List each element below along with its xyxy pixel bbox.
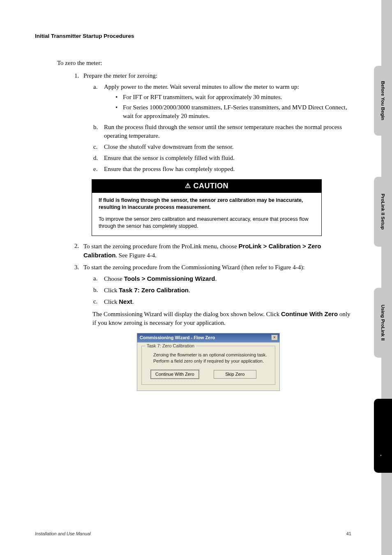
step-1e-letter: e. — [93, 165, 97, 173]
dialog-flow-zero: Commissioning Wizard - Flow Zero × Task … — [137, 333, 280, 391]
step-3-after: The Commissioning Wizard will display th… — [92, 310, 350, 327]
warning-icon: ⚠ — [185, 182, 191, 189]
page-number: 41 — [346, 531, 351, 536]
step-1c-letter: c. — [93, 143, 97, 151]
step-3-text: To start the zeroing procedure from the … — [83, 264, 304, 271]
step-3a-bold: Tools > Commissioning Wizard — [124, 275, 215, 282]
step-3c-letter: c. — [93, 297, 97, 306]
step-3: 3. To start the zeroing procedure from t… — [74, 263, 350, 391]
step-3-after-pre: The Commissioning Wizard will display th… — [92, 311, 281, 317]
side-tabs: Before You Begin ProLink II Setup Using … — [371, 0, 392, 555]
step-2-pre: To start the zeroing procedure from the … — [83, 243, 239, 250]
step-3b-letter: b. — [93, 286, 98, 294]
step-3a-post: . — [215, 275, 217, 282]
intro-text: To zero the meter: — [57, 59, 350, 67]
step-1a-text: Apply power to the meter. Wait several m… — [104, 83, 299, 90]
step-1d-letter: d. — [93, 154, 98, 162]
section-title: Initial Transmitter Startup Procedures — [35, 33, 350, 39]
step-3a-letter: a. — [93, 274, 97, 283]
step-1b-letter: b. — [93, 123, 98, 132]
caution-bold-text: If fluid is flowing through the sensor, … — [99, 197, 315, 211]
step-1a: a. Apply power to the meter. Wait severa… — [93, 83, 350, 120]
step-3b: b. Click Task 7: Zero Calibration. — [93, 286, 350, 295]
step-1a-bullet-2: For Series 1000/2000/3000 transmitters, … — [115, 103, 350, 120]
step-3b-post: . — [189, 287, 190, 294]
close-icon[interactable]: × — [271, 335, 278, 340]
caution-box: ⚠CAUTION If fluid is flowing through the… — [92, 179, 322, 236]
step-3b-pre: Click — [104, 287, 119, 294]
step-1-text: Prepare the meter for zeroing: — [83, 72, 157, 79]
step-1d-text: Ensure that the sensor is completely fil… — [104, 155, 235, 161]
dialog-legend: Task 7: Zero Calibration — [145, 343, 196, 349]
caution-body-text: To improve the sensor zero calibration a… — [99, 216, 315, 230]
dialog-line-2: Perform a field zero only if required by… — [153, 358, 270, 364]
step-1-number: 1. — [74, 72, 79, 80]
step-3-number: 3. — [74, 263, 79, 272]
step-2-number: 2. — [74, 242, 79, 250]
tab-prolink-setup[interactable]: ProLink II Setup — [374, 177, 392, 247]
step-1: 1. Prepare the meter for zeroing: a. App… — [74, 72, 350, 236]
step-1c-text: Close the shutoff valve downstream from … — [104, 143, 234, 150]
step-1d: d. Ensure that the sensor is completely … — [93, 154, 350, 162]
step-3c-bold: Next — [119, 298, 132, 305]
step-1c: c. Close the shutoff valve downstream fr… — [93, 143, 350, 151]
caution-title: CAUTION — [194, 182, 229, 190]
step-3c-post: . — [132, 298, 134, 305]
dialog-title-text: Commissioning Wizard - Flow Zero — [140, 335, 215, 341]
tab-using-prolink[interactable]: Using ProLink II — [374, 288, 392, 358]
step-3b-bold: Task 7: Zero Calibration — [119, 287, 189, 294]
step-2-post: . See Figure 4-4. — [115, 252, 157, 259]
tab-before-you-begin[interactable]: Before You Begin — [374, 66, 392, 136]
step-1b: b. Run the process fluid through the sen… — [93, 123, 350, 140]
dialog-titlebar: Commissioning Wizard - Flow Zero × — [137, 333, 279, 342]
footer-left: Installation and Use Manual — [35, 531, 91, 536]
step-3-after-bold: Continue With Zero — [281, 310, 338, 317]
step-3a: a. Choose Tools > Commissioning Wizard. — [93, 274, 350, 283]
step-2: 2. To start the zeroing procedure from t… — [74, 242, 350, 260]
step-3a-pre: Choose — [104, 275, 124, 282]
step-1e: e. Ensure that the process flow has comp… — [93, 165, 350, 173]
step-1b-text: Run the process fluid through the sensor… — [104, 124, 342, 139]
caution-header: ⚠CAUTION — [92, 180, 321, 193]
dialog-line-1: Zeroing the flowmeter is an optional com… — [153, 352, 270, 358]
skip-zero-button[interactable]: Skip Zero — [214, 370, 256, 379]
dialog-groupbox: Task 7: Zero Calibration Zeroing the flo… — [141, 346, 275, 385]
step-1e-text: Ensure that the process flow has complet… — [104, 166, 235, 172]
step-3c: c. Click Next. — [93, 297, 350, 306]
step-1a-bullet-1: For IFT or RFT transmitters, wait for ap… — [115, 93, 350, 102]
step-3c-pre: Click — [104, 298, 119, 305]
dialog-message: Zeroing the flowmeter is an optional com… — [153, 352, 270, 364]
page-footer: Installation and Use Manual 41 — [35, 531, 351, 536]
step-1a-letter: a. — [93, 83, 97, 91]
continue-with-zero-button[interactable]: Continue With Zero — [151, 370, 199, 379]
